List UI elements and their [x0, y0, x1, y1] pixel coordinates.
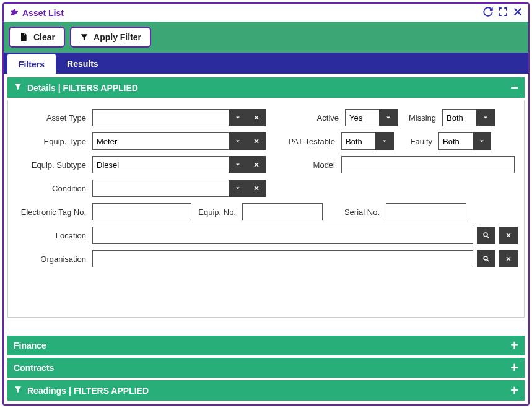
- svg-point-1: [484, 256, 487, 260]
- apply-label: Apply Filter: [94, 32, 141, 42]
- chevron-down-icon[interactable]: [476, 109, 495, 126]
- chevron-down-icon[interactable]: [379, 109, 398, 126]
- chevron-down-icon[interactable]: [375, 132, 394, 150]
- missing-combo[interactable]: [442, 109, 495, 126]
- minus-icon: −: [510, 84, 518, 92]
- funnel-icon: [14, 82, 22, 93]
- equip-subtype-combo[interactable]: [92, 156, 266, 173]
- panel-contracts-header[interactable]: Contracts +: [7, 358, 525, 378]
- refresh-icon[interactable]: [482, 6, 494, 19]
- label-active: Active: [298, 113, 341, 123]
- funnel-icon: [14, 385, 22, 396]
- faulty-combo[interactable]: [438, 132, 491, 150]
- apply-filter-button[interactable]: Apply Filter: [70, 27, 151, 48]
- location-input[interactable]: [92, 227, 473, 244]
- title-bar: Asset List: [4, 4, 528, 22]
- panel-finance-title: Finance: [14, 341, 46, 350]
- panel-details-title: Details | FILTERS APPLIED: [27, 83, 138, 93]
- tab-filters[interactable]: Filters: [7, 54, 56, 74]
- content-area: Details | FILTERS APPLIED − Asset Type A…: [4, 74, 528, 404]
- clear-x-icon[interactable]: [247, 109, 266, 126]
- label-equip-subtype: Equip. Subtype: [14, 160, 89, 170]
- panel-readings-title: Readings | FILTERS APPLIED: [27, 386, 149, 396]
- document-icon: [19, 32, 28, 43]
- asset-type-combo[interactable]: [92, 109, 266, 126]
- funnel-icon: [80, 32, 89, 42]
- etag-input[interactable]: [92, 203, 191, 220]
- panel-finance-header[interactable]: Finance +: [7, 336, 525, 355]
- condition-input[interactable]: [92, 180, 229, 197]
- chevron-down-icon[interactable]: [229, 156, 247, 173]
- faulty-input[interactable]: [438, 132, 473, 150]
- condition-combo[interactable]: [92, 180, 266, 197]
- active-input[interactable]: [345, 109, 379, 126]
- chevron-down-icon[interactable]: [229, 180, 247, 197]
- asset-list-window: Asset List Clear Apply Filter: [2, 2, 530, 406]
- pat-input[interactable]: [341, 132, 375, 150]
- label-etag: Electronic Tag No.: [14, 207, 89, 217]
- clear-x-icon[interactable]: [499, 227, 518, 244]
- plus-icon: +: [510, 363, 518, 372]
- asset-type-input[interactable]: [92, 109, 229, 126]
- panel-readings-header[interactable]: Readings | FILTERS APPLIED +: [7, 380, 525, 401]
- search-icon[interactable]: [477, 227, 495, 244]
- clear-x-icon[interactable]: [499, 250, 518, 267]
- clear-x-icon[interactable]: [247, 156, 266, 173]
- label-location: Location: [14, 231, 89, 240]
- label-asset-type: Asset Type: [14, 113, 89, 123]
- panel-contracts-title: Contracts: [14, 363, 54, 373]
- label-equip-no: Equip. No.: [195, 207, 238, 217]
- equip-type-combo[interactable]: [92, 132, 266, 150]
- panel-details-body: Asset Type Active Missing: [7, 100, 525, 318]
- pat-combo[interactable]: [341, 132, 394, 150]
- window-title: Asset List: [22, 8, 482, 18]
- serial-input[interactable]: [386, 203, 466, 220]
- tab-results[interactable]: Results: [56, 54, 110, 74]
- gear-icon: [9, 8, 19, 18]
- label-equip-type: Equip. Type: [14, 137, 89, 146]
- clear-button[interactable]: Clear: [9, 27, 65, 48]
- clear-x-icon[interactable]: [247, 132, 266, 150]
- toolbar: Clear Apply Filter: [4, 22, 528, 53]
- search-icon[interactable]: [477, 250, 495, 267]
- label-serial: Serial No.: [326, 207, 382, 217]
- label-pat: PAT-Testable: [269, 137, 338, 146]
- active-combo[interactable]: [345, 109, 398, 126]
- plus-icon: +: [510, 386, 518, 395]
- label-organisation: Organisation: [14, 254, 89, 264]
- equip-subtype-input[interactable]: [92, 156, 229, 173]
- missing-input[interactable]: [442, 109, 476, 126]
- close-icon[interactable]: [512, 6, 523, 19]
- chevron-down-icon[interactable]: [229, 132, 247, 150]
- organisation-input[interactable]: [92, 250, 473, 267]
- equip-no-input[interactable]: [242, 203, 323, 220]
- clear-x-icon[interactable]: [247, 180, 266, 197]
- model-input[interactable]: [341, 156, 515, 173]
- label-faulty: Faulty: [398, 137, 435, 146]
- chevron-down-icon[interactable]: [229, 109, 247, 126]
- plus-icon: +: [510, 341, 518, 350]
- tab-strip: Filters Results: [4, 53, 528, 74]
- label-model: Model: [269, 160, 338, 170]
- chevron-down-icon[interactable]: [473, 132, 491, 150]
- svg-point-0: [484, 233, 487, 237]
- equip-type-input[interactable]: [92, 132, 229, 150]
- label-condition: Condition: [14, 184, 89, 193]
- clear-label: Clear: [33, 32, 55, 42]
- panel-details-header[interactable]: Details | FILTERS APPLIED −: [7, 77, 525, 98]
- label-missing: Missing: [401, 113, 438, 123]
- expand-icon[interactable]: [497, 6, 508, 19]
